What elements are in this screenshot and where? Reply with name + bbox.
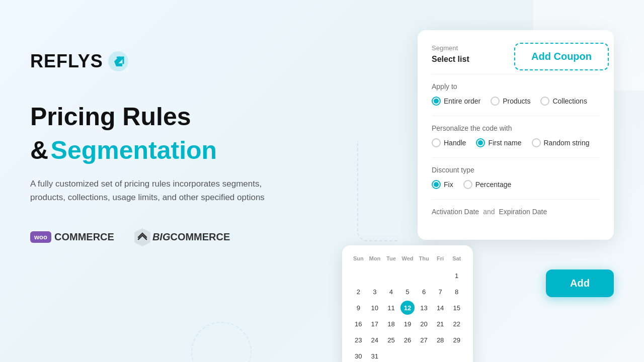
divider-2: [432, 116, 600, 116]
radio-inner-fix: [434, 182, 439, 187]
cal-day-13[interactable]: 13: [417, 301, 431, 315]
radio-fix[interactable]: Fix: [432, 180, 453, 189]
cal-empty: [368, 268, 382, 283]
date-section: Activation Date and Expiration Date: [432, 208, 600, 216]
radio-label-first-name: First name: [488, 139, 521, 147]
cal-day-mon: Mon: [367, 253, 383, 263]
radio-inner-first-name: [478, 140, 483, 145]
cal-day-19[interactable]: 19: [400, 317, 415, 331]
radio-products[interactable]: Products: [491, 97, 530, 106]
brand-logos: woo COMMERCE BIGCOMMERCE: [30, 228, 322, 246]
radio-label-products: Products: [503, 97, 530, 105]
cal-day-3[interactable]: 3: [368, 285, 382, 299]
cal-day-7[interactable]: 7: [433, 285, 447, 299]
bigcommerce-logo: BIGCOMMERCE: [134, 228, 230, 246]
logo-arrow-icon: [107, 50, 129, 72]
cal-day-8[interactable]: 8: [450, 285, 464, 299]
cal-day-sat: Sat: [448, 253, 465, 263]
cal-empty: [400, 268, 415, 283]
cal-day-29[interactable]: 29: [450, 333, 464, 347]
radio-random-string[interactable]: Random string: [532, 138, 590, 147]
activation-label: Activation Date: [432, 208, 479, 216]
bigcommerce-text: BIGCOMMERCE: [152, 231, 230, 243]
cal-day-15[interactable]: 15: [450, 301, 464, 315]
cal-day-17[interactable]: 17: [368, 317, 382, 331]
cal-day-fri: Fri: [432, 253, 449, 263]
divider-4: [432, 199, 600, 200]
cal-day-31[interactable]: 31: [368, 349, 382, 362]
cal-day-22[interactable]: 22: [450, 317, 464, 331]
headline-line2-container: & Segmentation: [30, 136, 322, 165]
calendar: Sun Mon Tue Wed Thu Fri Sat 123456789101…: [342, 245, 473, 362]
radio-outer-percentage: [463, 180, 472, 189]
cal-day-24[interactable]: 24: [368, 333, 382, 347]
radio-percentage[interactable]: Percentage: [463, 180, 512, 189]
cal-day-tue: Tue: [383, 253, 399, 263]
headline-block: Pricing Rules & Segmentation: [30, 103, 322, 165]
personalize-radio-group: Handle First name Random string: [432, 138, 600, 147]
cal-day-28[interactable]: 28: [433, 333, 447, 347]
cal-day-9[interactable]: 9: [351, 301, 365, 315]
headline-amp: &: [30, 136, 48, 164]
woocommerce-text: COMMERCE: [54, 231, 114, 243]
expiration-label: Expiration Date: [499, 208, 547, 216]
radio-label-random-string: Random string: [544, 139, 590, 147]
cal-day-4[interactable]: 4: [384, 285, 398, 299]
cal-day-6[interactable]: 6: [417, 285, 431, 299]
woocommerce-logo: woo COMMERCE: [30, 231, 114, 243]
cal-day-23[interactable]: 23: [351, 333, 365, 347]
cal-empty: [400, 349, 415, 362]
cal-empty: [433, 268, 447, 283]
subtext: A fully customized set of pricing rules …: [30, 177, 272, 204]
apply-to-label: Apply to: [432, 82, 600, 90]
cal-day-11[interactable]: 11: [384, 301, 398, 315]
cal-day-14[interactable]: 14: [433, 301, 447, 315]
radio-label-fix: Fix: [444, 180, 453, 189]
divider-1: [432, 74, 600, 74]
radio-collections[interactable]: Collections: [540, 97, 587, 106]
cal-day-10[interactable]: 10: [368, 301, 382, 315]
divider-3: [432, 157, 600, 158]
radio-outer-collections: [540, 97, 549, 106]
radio-outer-handle: [432, 138, 441, 147]
radio-inner-entire-order: [434, 99, 439, 104]
and-label: and: [483, 208, 495, 216]
connector-line: [357, 141, 397, 241]
logo-text: REFLYS: [30, 51, 103, 72]
woo-badge: woo: [30, 231, 51, 243]
cal-day-30[interactable]: 30: [351, 349, 365, 362]
radio-handle[interactable]: Handle: [432, 138, 466, 147]
radio-entire-order[interactable]: Entire order: [432, 97, 480, 106]
radio-outer-fix: [432, 180, 441, 189]
cal-empty: [417, 349, 431, 362]
bigcommerce-chevron-icon: [134, 228, 150, 246]
cal-empty: [450, 349, 464, 362]
cal-empty: [384, 268, 398, 283]
cal-day-21[interactable]: 21: [433, 317, 447, 331]
radio-outer-products: [491, 97, 500, 106]
cal-day-27[interactable]: 27: [417, 333, 431, 347]
cal-day-25[interactable]: 25: [384, 333, 398, 347]
cal-day-2[interactable]: 2: [351, 285, 365, 299]
add-button[interactable]: Add: [546, 269, 614, 297]
cal-day-16[interactable]: 16: [351, 317, 365, 331]
cal-empty: [417, 268, 431, 283]
cal-day-18[interactable]: 18: [384, 317, 398, 331]
cal-empty: [351, 268, 365, 283]
deco-bottom-circle: [191, 322, 252, 362]
add-coupon-button[interactable]: Add Coupon: [514, 43, 609, 70]
radio-label-percentage: Percentage: [475, 180, 512, 189]
cal-day-5[interactable]: 5: [400, 285, 415, 299]
cal-day-20[interactable]: 20: [417, 317, 431, 331]
radio-first-name[interactable]: First name: [476, 138, 521, 147]
cal-day-1[interactable]: 1: [450, 268, 464, 283]
cal-day-12[interactable]: 12: [400, 301, 415, 315]
discount-section: Discount type Fix Percentage: [432, 166, 600, 189]
cal-day-sun: Sun: [350, 253, 367, 263]
cal-day-26[interactable]: 26: [400, 333, 415, 347]
apply-to-radio-group: Entire order Products Collections: [432, 97, 600, 106]
headline-line1: Pricing Rules: [30, 103, 322, 132]
personalize-label: Personalize the code with: [432, 124, 600, 132]
discount-label: Discount type: [432, 166, 600, 174]
headline-line2: Segmentation: [51, 136, 217, 164]
